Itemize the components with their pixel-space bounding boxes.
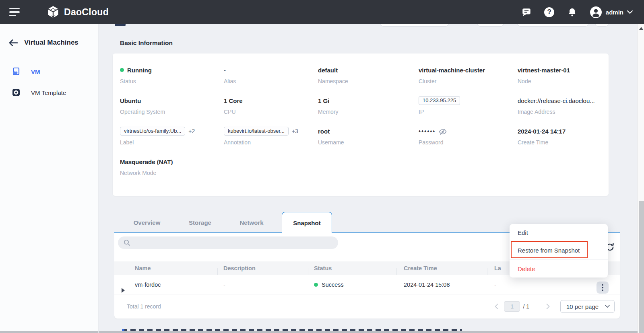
sidebar-nav: VM VM Template <box>0 61 98 103</box>
field-value: Masquerade (NAT) <box>120 157 224 166</box>
app-header: DaoCloud admin <box>0 0 644 24</box>
divider <box>7 57 92 57</box>
label-tag: virtnest.io/os-family:Ub... <box>120 127 185 136</box>
field-password: ****** Password <box>419 127 518 146</box>
back-arrow-icon[interactable] <box>8 39 18 47</box>
page-total: / 1 <box>523 303 529 310</box>
user-menu[interactable]: admin <box>590 6 633 18</box>
help-icon[interactable] <box>544 6 555 18</box>
clipped-page-icon <box>115 24 126 26</box>
status-dot <box>314 283 318 287</box>
column-status[interactable]: Status <box>308 265 396 271</box>
label-tag-more[interactable]: +2 <box>188 128 195 134</box>
snapshot-status: Success <box>322 282 344 288</box>
tab-snapshot[interactable]: Snapshot <box>282 212 332 233</box>
current-page-input[interactable]: 1 <box>504 301 520 312</box>
sidebar-item-vm-template[interactable]: VM Template <box>0 82 98 103</box>
field-label: Password <box>419 139 518 146</box>
field-alias: - Alias <box>224 66 318 84</box>
field-os: Ubuntu Operating System <box>120 96 224 115</box>
sidebar-item-label: VM <box>31 68 40 75</box>
password-masked: ****** <box>419 129 436 135</box>
daocloud-cube-icon <box>46 5 60 19</box>
field-image-address: docker://release-ci.daoclou... Image Add… <box>518 96 609 115</box>
username: admin <box>606 9 623 16</box>
field-status: Running Status <box>120 66 224 84</box>
tab-network[interactable]: Network <box>229 212 274 233</box>
page-title: Basic Information <box>120 39 173 47</box>
field-label: Image Address <box>518 109 609 115</box>
column-description[interactable]: Description <box>217 265 308 271</box>
sidebar-title: Virtual Machines <box>24 39 78 47</box>
field-label: Node <box>518 78 609 84</box>
field-namespace: default Namespace <box>318 66 419 84</box>
field-label: Label <box>120 139 224 146</box>
messages-icon[interactable] <box>521 6 532 18</box>
field-username: root Username <box>318 127 419 146</box>
snapshot-name: vm-fordoc <box>135 282 161 288</box>
field-value: virtual-machine-cluster <box>419 66 518 74</box>
field-label: Cluster <box>419 78 518 84</box>
clipped-toolbar-button[interactable] <box>477 24 504 27</box>
page-size-select[interactable]: 10 per page <box>560 300 615 313</box>
field-network-mode: Masquerade (NAT) Network Mode <box>120 157 224 176</box>
field-label: Create Time <box>518 139 609 146</box>
scrollbar[interactable] <box>638 24 644 333</box>
field-value: default <box>318 66 419 74</box>
search-bar[interactable] <box>118 236 338 249</box>
tab-overview[interactable]: Overview <box>125 212 169 233</box>
field-node: virtnest-master-01 Node <box>518 66 609 84</box>
field-label: Status <box>120 78 224 84</box>
field-label: Username <box>318 139 419 146</box>
snapshot-description: - <box>217 282 308 288</box>
scroll-thumb[interactable] <box>639 201 644 333</box>
annotation-tag-more[interactable]: +3 <box>292 128 298 134</box>
field-create-time: 2024-01-24 14:17 Create Time <box>518 127 609 146</box>
notifications-icon[interactable] <box>567 6 578 18</box>
menu-item-edit[interactable]: Edit <box>510 224 608 241</box>
total-records: Total 1 record <box>127 303 161 310</box>
menu-item-delete[interactable]: Delete <box>510 259 608 278</box>
field-label: Network Mode <box>120 170 224 176</box>
field-label: Memory <box>318 109 419 115</box>
field-value: 2024-01-24 14:17 <box>518 127 609 136</box>
column-create-time[interactable]: Create Time <box>396 265 487 271</box>
page-size-value: 10 per page <box>566 303 599 310</box>
clipped-bottom-strip <box>0 331 98 333</box>
eye-off-icon[interactable] <box>439 128 447 135</box>
ip-tag: 10.233.95.225 <box>419 96 460 105</box>
menu-item-restore-from-snapshot[interactable]: Restore from Snapshot <box>510 241 608 259</box>
field-value: root <box>318 127 419 136</box>
tab-storage[interactable]: Storage <box>178 212 222 233</box>
scroll-up-arrow[interactable] <box>639 27 643 30</box>
search-input[interactable] <box>134 240 327 246</box>
app-root: DaoCloud admin Virtual Machi <box>0 0 644 333</box>
pagination: 1 / 1 10 per page <box>495 300 615 313</box>
main-content: Basic Information Running Status - Alias… <box>99 24 638 333</box>
clipped-toolbar-button[interactable] <box>517 24 588 27</box>
expand-caret-icon[interactable] <box>122 288 125 293</box>
field-label: Operating System <box>120 109 224 115</box>
row-context-menu: Edit Restore from Snapshot Delete <box>510 224 608 278</box>
clipped-bottom-strip <box>99 331 638 333</box>
field-label: Alias <box>224 78 318 84</box>
field-cluster: virtual-machine-cluster Cluster <box>419 66 518 84</box>
chevron-down-icon <box>605 305 610 308</box>
field-label: CPU <box>224 109 318 115</box>
field-label: IP <box>419 109 518 115</box>
sidebar-item-vm[interactable]: VM <box>0 61 98 82</box>
clipped-toolbar-button[interactable] <box>595 24 609 27</box>
field-ip: 10.233.95.225 IP <box>419 96 518 115</box>
field-label: Annotation <box>224 139 318 146</box>
field-value: Ubuntu <box>120 96 224 105</box>
next-page-button[interactable] <box>546 304 550 309</box>
daocloud-logo[interactable]: DaoCloud <box>46 5 109 19</box>
chevron-down-icon <box>627 10 633 14</box>
row-actions-button[interactable] <box>597 282 609 294</box>
column-name[interactable]: Name <box>114 265 217 271</box>
basic-info-card: Running Status - Alias default Namespace… <box>113 53 609 196</box>
menu-toggle-icon[interactable] <box>9 8 20 16</box>
previous-page-button[interactable] <box>495 304 498 309</box>
clipped-toolbar-button[interactable] <box>380 24 449 27</box>
search-icon <box>124 239 130 246</box>
